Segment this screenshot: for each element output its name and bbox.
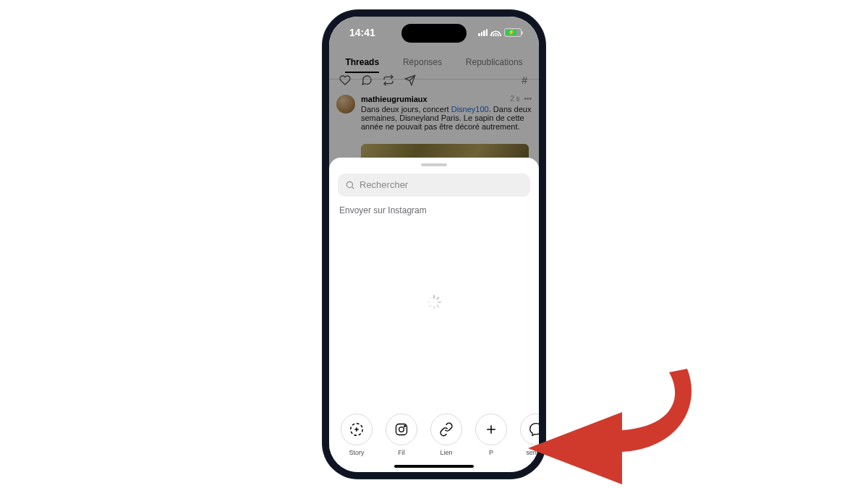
home-indicator[interactable] bbox=[394, 465, 474, 468]
battery-icon: ⚡ bbox=[504, 28, 522, 37]
story-icon bbox=[349, 421, 365, 437]
svg-point-8 bbox=[399, 427, 404, 432]
messenger-icon bbox=[529, 422, 539, 437]
share-messenger-button[interactable]: senger bbox=[520, 414, 539, 456]
share-fil-button[interactable]: Fil bbox=[386, 414, 417, 456]
wifi-icon bbox=[490, 28, 501, 36]
sheet-grabber[interactable] bbox=[421, 163, 447, 166]
plus-icon bbox=[484, 422, 498, 437]
signal-icon bbox=[478, 29, 488, 36]
dynamic-island bbox=[401, 24, 467, 43]
phone-frame: 14:41 ⚡ Threads Réponses Republications bbox=[322, 9, 546, 479]
share-plus-button[interactable]: P bbox=[475, 414, 507, 456]
svg-point-9 bbox=[404, 425, 406, 427]
search-input[interactable]: Rechercher bbox=[338, 174, 530, 197]
share-sheet: Rechercher Envoyer sur Instagram Story bbox=[329, 158, 539, 472]
svg-line-3 bbox=[352, 187, 354, 189]
link-icon bbox=[439, 422, 454, 437]
phone-screen: 14:41 ⚡ Threads Réponses Republications bbox=[329, 17, 539, 472]
search-icon bbox=[345, 180, 355, 190]
share-lien-button[interactable]: Lien bbox=[430, 414, 462, 456]
loading-spinner-icon bbox=[427, 296, 441, 309]
svg-point-2 bbox=[346, 181, 352, 187]
send-on-instagram-label: Envoyer sur Instagram bbox=[329, 204, 539, 215]
status-time: 14:41 bbox=[349, 27, 375, 38]
search-placeholder: Rechercher bbox=[359, 179, 408, 190]
instagram-icon bbox=[394, 422, 409, 437]
share-options-row[interactable]: Story Fil bbox=[329, 414, 539, 456]
share-story-button[interactable]: Story bbox=[341, 414, 373, 456]
